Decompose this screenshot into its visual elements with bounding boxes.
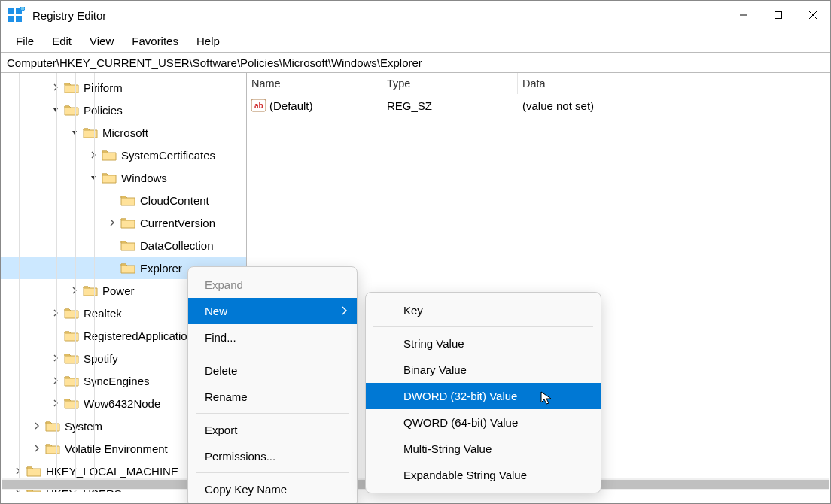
column-headers[interactable]: Name Type Data — [247, 73, 830, 94]
tree-item-label: Piriform — [84, 81, 123, 94]
svg-rect-0 — [8, 8, 14, 14]
ctx-new-qword[interactable]: QWORD (64-bit) Value — [366, 409, 601, 436]
chevron-right-icon[interactable] — [50, 353, 61, 363]
ctx-new[interactable]: New — [188, 298, 357, 324]
menu-bar: File Edit View Favorites Help — [1, 29, 830, 52]
ctx-new-string[interactable]: String Value — [366, 330, 601, 357]
ctx-delete[interactable]: Delete — [188, 357, 357, 384]
menu-favorites[interactable]: Favorites — [123, 32, 187, 50]
context-submenu-new: Key String Value Binary Value DWORD (32-… — [365, 292, 601, 493]
folder-icon — [64, 375, 79, 387]
svg-rect-3 — [16, 16, 22, 22]
maximize-button[interactable] — [761, 4, 796, 26]
ctx-new-dword[interactable]: DWORD (32-bit) Value — [366, 383, 601, 409]
folder-icon — [102, 149, 117, 161]
tree-item-label: CloudContent — [140, 194, 209, 207]
tree-item-label: Windows — [121, 172, 167, 184]
value-type: REG_SZ — [382, 99, 518, 112]
chevron-right-icon[interactable] — [32, 421, 42, 431]
folder-icon — [83, 284, 98, 296]
ctx-new-multi[interactable]: Multi-String Value — [366, 436, 601, 462]
chevron-right-icon[interactable] — [69, 285, 80, 296]
ctx-sep — [196, 354, 349, 354]
folder-icon — [120, 217, 135, 229]
tree-item-label: Volatile Environment — [65, 442, 168, 455]
ctx-sep — [373, 326, 593, 327]
folder-icon — [45, 442, 60, 454]
value-name: (Default) — [269, 99, 313, 112]
col-name[interactable]: Name — [247, 73, 382, 94]
title-bar: Registry Editor — [1, 1, 830, 29]
folder-icon — [83, 126, 98, 138]
tree-item-label: Explorer — [140, 262, 182, 275]
svg-rect-2 — [8, 16, 14, 22]
ctx-new-expandable[interactable]: Expandable String Value — [366, 462, 601, 488]
chevron-right-icon[interactable] — [32, 443, 42, 454]
svg-point-4 — [20, 7, 25, 11]
ctx-new-binary[interactable]: Binary Value — [366, 357, 601, 383]
folder-icon — [102, 172, 117, 184]
ctx-find[interactable]: Find... — [188, 324, 357, 351]
tree-item-label: RegisteredApplications — [84, 329, 199, 342]
tree-item-label: System — [65, 420, 102, 433]
folder-icon — [64, 81, 79, 93]
folder-icon — [64, 329, 79, 342]
chevron-right-icon[interactable] — [13, 466, 23, 476]
submenu-arrow-icon — [342, 305, 348, 317]
svg-rect-6 — [775, 12, 782, 19]
svg-text:ab: ab — [254, 102, 263, 110]
folder-icon — [120, 262, 135, 274]
ctx-sep — [196, 472, 349, 473]
value-data: (value not set) — [518, 99, 594, 112]
chevron-right-icon[interactable] — [50, 398, 61, 408]
context-menu: Expand New Find... Delete Rename Export … — [187, 266, 358, 504]
menu-file[interactable]: File — [7, 32, 43, 50]
chevron-right-icon[interactable] — [50, 375, 61, 386]
tree-item-label: Policies — [84, 104, 123, 117]
address-text: Computer\HKEY_CURRENT_USER\Software\Poli… — [7, 56, 422, 69]
tree-item-label: DataCollection — [140, 239, 214, 252]
folder-icon — [26, 465, 41, 477]
folder-icon — [64, 104, 79, 116]
menu-help[interactable]: Help — [187, 32, 229, 50]
ctx-permissions[interactable]: Permissions... — [188, 443, 357, 469]
folder-icon — [120, 194, 135, 206]
folder-icon — [64, 352, 79, 364]
window-title: Registry Editor — [32, 9, 106, 22]
chevron-right-icon[interactable] — [88, 150, 99, 160]
ctx-sep — [196, 413, 349, 414]
chevron-down-icon[interactable] — [69, 127, 80, 138]
menu-edit[interactable]: Edit — [43, 32, 81, 50]
tree-item-label: Spotify — [84, 352, 118, 365]
col-data[interactable]: Data — [518, 73, 830, 94]
app-icon — [8, 7, 25, 23]
chevron-right-icon[interactable] — [50, 308, 61, 318]
ctx-export[interactable]: Export — [188, 417, 357, 443]
folder-icon — [64, 307, 79, 319]
folder-icon — [64, 397, 79, 409]
close-button[interactable] — [796, 4, 830, 26]
chevron-right-icon[interactable] — [50, 82, 61, 93]
col-type[interactable]: Type — [382, 73, 518, 94]
menu-view[interactable]: View — [81, 32, 123, 50]
ctx-new-key[interactable]: Key — [366, 297, 601, 323]
tree-item-label: Power — [102, 284, 135, 297]
value-row[interactable]: ab (Default) REG_SZ (value not set) — [247, 94, 830, 117]
ctx-copy-key-name[interactable]: Copy Key Name — [188, 476, 357, 502]
tree-item-label: CurrentVersion — [140, 217, 215, 229]
tree-item-label: Wow6432Node — [84, 397, 160, 410]
minimize-button[interactable] — [726, 4, 761, 26]
ctx-rename[interactable]: Rename — [188, 384, 357, 410]
chevron-right-icon[interactable] — [107, 217, 117, 228]
ctx-expand: Expand — [188, 272, 357, 298]
address-bar[interactable]: Computer\HKEY_CURRENT_USER\Software\Poli… — [1, 52, 830, 73]
string-value-icon: ab — [251, 99, 266, 112]
chevron-down-icon[interactable] — [50, 105, 61, 115]
folder-icon — [45, 420, 60, 432]
tree-item-label: Microsoft — [102, 126, 148, 139]
tree-item-label: SystemCertificates — [121, 149, 215, 162]
folder-icon — [120, 239, 135, 251]
tree-item-label: Realtek — [84, 307, 122, 320]
chevron-down-icon[interactable] — [88, 172, 99, 183]
tree-item-label: HKEY_LOCAL_MACHINE — [46, 465, 178, 478]
